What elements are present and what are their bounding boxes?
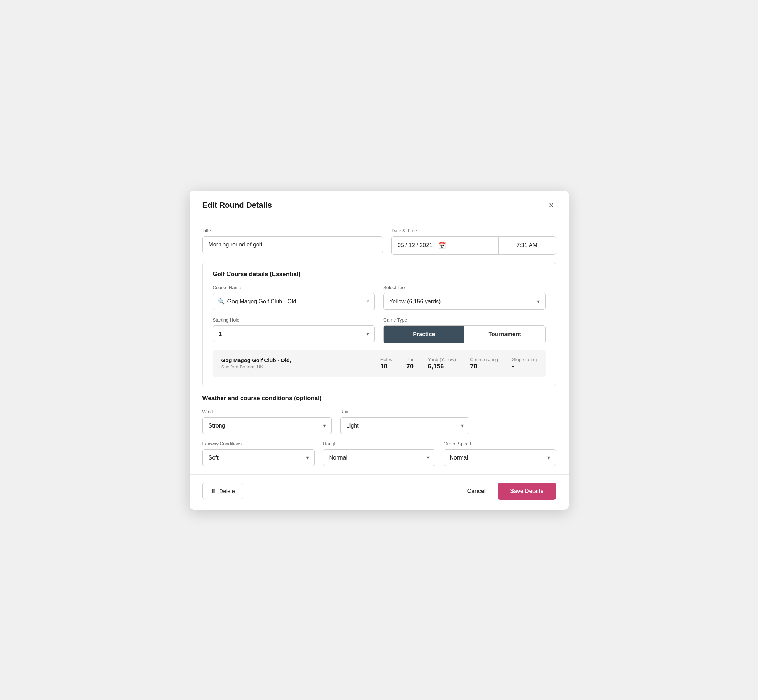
time-value: 7:31 AM bbox=[516, 242, 537, 248]
starting-hole-label: Starting Hole bbox=[213, 317, 375, 323]
rough-label: Rough bbox=[323, 441, 435, 446]
course-name-label: Course Name bbox=[213, 285, 375, 290]
par-value: 70 bbox=[406, 363, 413, 370]
modal-body: Title Date & Time 05 / 12 / 2021 📅 7:31 … bbox=[190, 218, 568, 475]
conditions-title: Weather and course conditions (optional) bbox=[202, 395, 556, 402]
title-datetime-row: Title Date & Time 05 / 12 / 2021 📅 7:31 … bbox=[202, 228, 556, 255]
date-field[interactable]: 05 / 12 / 2021 📅 bbox=[392, 236, 498, 254]
fairway-rough-green-row: Fairway Conditions Soft Normal Hard Dry … bbox=[202, 441, 556, 466]
title-input[interactable] bbox=[202, 236, 383, 253]
date-value: 05 / 12 / 2021 bbox=[398, 242, 432, 248]
rough-dropdown[interactable]: Normal Short Long bbox=[323, 449, 435, 466]
yards-stat: Yards(Yellow) 6,156 bbox=[428, 357, 456, 370]
wind-group: Wind Strong Calm Light Moderate Very Str… bbox=[202, 409, 332, 434]
rough-wrap: Normal Short Long ▾ bbox=[323, 449, 435, 466]
modal-header: Edit Round Details × bbox=[190, 191, 568, 218]
slope-rating-stat: Slope rating - bbox=[512, 357, 537, 370]
course-rating-stat: Course rating 70 bbox=[470, 357, 498, 370]
wind-wrap: Strong Calm Light Moderate Very Strong ▾ bbox=[202, 417, 332, 434]
select-tee-label: Select Tee bbox=[383, 285, 545, 290]
course-search-wrap: 🔍 × bbox=[213, 293, 375, 310]
close-button[interactable]: × bbox=[547, 201, 556, 210]
title-group: Title bbox=[202, 228, 383, 255]
modal-footer: 🗑 Delete Cancel Save Details bbox=[190, 475, 568, 510]
green-speed-group: Green Speed Normal Slow Fast ▾ bbox=[444, 441, 556, 466]
hole-gametype-row: Starting Hole 1 ▾ Game Type Practice Tou… bbox=[213, 317, 545, 343]
par-label: Par bbox=[406, 357, 413, 362]
course-info-name: Gog Magog Golf Club - Old, bbox=[221, 357, 291, 363]
datetime-group: Date & Time 05 / 12 / 2021 📅 7:31 AM bbox=[392, 228, 556, 255]
rain-label: Rain bbox=[340, 409, 469, 414]
rough-group: Rough Normal Short Long ▾ bbox=[323, 441, 435, 466]
green-speed-wrap: Normal Slow Fast ▾ bbox=[444, 449, 556, 466]
delete-button[interactable]: 🗑 Delete bbox=[202, 483, 243, 499]
cancel-button[interactable]: Cancel bbox=[464, 484, 489, 499]
yards-label: Yards(Yellow) bbox=[428, 357, 456, 362]
fairway-wrap: Soft Normal Hard Dry ▾ bbox=[202, 449, 315, 466]
course-name-input[interactable] bbox=[213, 293, 375, 310]
slope-rating-value: - bbox=[512, 363, 514, 370]
select-tee-group: Select Tee Yellow (6,156 yards) ▾ bbox=[383, 285, 545, 310]
course-rating-label: Course rating bbox=[470, 357, 498, 362]
fairway-dropdown[interactable]: Soft Normal Hard Dry bbox=[202, 449, 315, 466]
select-tee-wrap: Yellow (6,156 yards) ▾ bbox=[383, 293, 545, 310]
course-rating-value: 70 bbox=[470, 363, 477, 370]
footer-right: Cancel Save Details bbox=[464, 483, 556, 500]
course-info-details: Gog Magog Golf Club - Old, Shelford Bott… bbox=[221, 357, 291, 370]
modal-title: Edit Round Details bbox=[202, 201, 272, 210]
course-stats: Holes 18 Par 70 Yards(Yellow) 6,156 Cour… bbox=[381, 357, 537, 370]
rain-wrap: Light None Moderate Heavy ▾ bbox=[340, 417, 469, 434]
title-label: Title bbox=[202, 228, 383, 233]
date-time-field: 05 / 12 / 2021 📅 7:31 AM bbox=[392, 236, 556, 255]
green-speed-label: Green Speed bbox=[444, 441, 556, 446]
wind-dropdown[interactable]: Strong Calm Light Moderate Very Strong bbox=[202, 417, 332, 434]
holes-label: Holes bbox=[381, 357, 392, 362]
starting-hole-dropdown[interactable]: 1 bbox=[213, 325, 375, 342]
holes-stat: Holes 18 bbox=[381, 357, 392, 370]
fairway-group: Fairway Conditions Soft Normal Hard Dry … bbox=[202, 441, 315, 466]
game-type-toggle: Practice Tournament bbox=[383, 325, 545, 343]
game-type-group: Game Type Practice Tournament bbox=[383, 317, 545, 343]
conditions-section: Weather and course conditions (optional)… bbox=[202, 395, 556, 466]
edit-round-modal: Edit Round Details × Title Date & Time 0… bbox=[190, 191, 568, 510]
starting-hole-group: Starting Hole 1 ▾ bbox=[213, 317, 375, 343]
practice-button[interactable]: Practice bbox=[384, 326, 464, 343]
select-tee-dropdown[interactable]: Yellow (6,156 yards) bbox=[383, 293, 545, 310]
course-section-title: Golf Course details (Essential) bbox=[213, 271, 545, 278]
wind-rain-row: Wind Strong Calm Light Moderate Very Str… bbox=[202, 409, 556, 434]
slope-rating-label: Slope rating bbox=[512, 357, 537, 362]
datetime-label: Date & Time bbox=[392, 228, 556, 233]
green-speed-dropdown[interactable]: Normal Slow Fast bbox=[444, 449, 556, 466]
course-name-group: Course Name 🔍 × bbox=[213, 285, 375, 310]
rain-dropdown[interactable]: Light None Moderate Heavy bbox=[340, 417, 469, 434]
course-tee-row: Course Name 🔍 × Select Tee Yellow (6,156… bbox=[213, 285, 545, 310]
search-icon: 🔍 bbox=[218, 298, 225, 305]
trash-icon: 🗑 bbox=[211, 488, 216, 494]
course-details-section: Golf Course details (Essential) Course N… bbox=[202, 262, 556, 386]
calendar-icon: 📅 bbox=[438, 242, 446, 249]
fairway-label: Fairway Conditions bbox=[202, 441, 315, 446]
course-info-location: Shelford Bottom, UK bbox=[221, 364, 291, 370]
rain-group: Rain Light None Moderate Heavy ▾ bbox=[340, 409, 469, 434]
yards-value: 6,156 bbox=[428, 363, 444, 370]
starting-hole-wrap: 1 ▾ bbox=[213, 325, 375, 342]
delete-label: Delete bbox=[219, 488, 235, 494]
wind-label: Wind bbox=[202, 409, 332, 414]
game-type-label: Game Type bbox=[383, 317, 545, 323]
time-field[interactable]: 7:31 AM bbox=[498, 236, 556, 254]
par-stat: Par 70 bbox=[406, 357, 413, 370]
clear-icon[interactable]: × bbox=[366, 298, 370, 305]
holes-value: 18 bbox=[381, 363, 388, 370]
course-info-box: Gog Magog Golf Club - Old, Shelford Bott… bbox=[213, 350, 545, 377]
save-button[interactable]: Save Details bbox=[498, 483, 556, 500]
tournament-button[interactable]: Tournament bbox=[464, 326, 545, 343]
